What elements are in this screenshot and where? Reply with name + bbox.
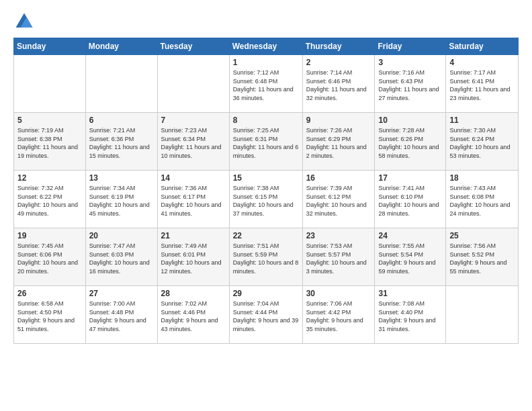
day-info: Sunrise: 7:08 AMSunset: 4:40 PMDaylight:… bbox=[378, 300, 442, 333]
calendar-cell: 9Sunrise: 7:26 AMSunset: 6:29 PMDaylight… bbox=[302, 113, 375, 171]
day-number: 18 bbox=[449, 173, 515, 183]
calendar-cell: 18Sunrise: 7:43 AMSunset: 6:08 PMDayligh… bbox=[446, 171, 519, 228]
day-info: Sunrise: 7:06 AMSunset: 4:42 PMDaylight:… bbox=[306, 300, 371, 333]
day-number: 6 bbox=[89, 116, 154, 125]
day-info: Sunrise: 7:04 AMSunset: 4:44 PMDaylight:… bbox=[233, 300, 299, 333]
day-number: 19 bbox=[17, 231, 82, 240]
calendar-cell: 23Sunrise: 7:53 AMSunset: 5:57 PMDayligh… bbox=[302, 228, 375, 286]
day-number: 28 bbox=[161, 289, 226, 298]
day-number: 23 bbox=[306, 231, 371, 240]
calendar-cell: 4Sunrise: 7:17 AMSunset: 6:41 PMDaylight… bbox=[446, 55, 519, 113]
calendar-week-row: 19Sunrise: 7:45 AMSunset: 6:06 PMDayligh… bbox=[14, 228, 519, 286]
day-info: Sunrise: 7:49 AMSunset: 6:01 PMDaylight:… bbox=[161, 242, 226, 275]
calendar-week-row: 12Sunrise: 7:32 AMSunset: 6:22 PMDayligh… bbox=[14, 171, 519, 228]
day-number: 10 bbox=[378, 116, 442, 125]
day-info: Sunrise: 7:36 AMSunset: 6:17 PMDaylight:… bbox=[161, 184, 226, 218]
day-info: Sunrise: 7:55 AMSunset: 5:54 PMDaylight:… bbox=[378, 242, 442, 275]
day-info: Sunrise: 7:32 AMSunset: 6:22 PMDaylight:… bbox=[17, 184, 82, 218]
calendar-cell: 13Sunrise: 7:34 AMSunset: 6:19 PMDayligh… bbox=[85, 171, 157, 228]
day-info: Sunrise: 7:38 AMSunset: 6:15 PMDaylight:… bbox=[233, 184, 299, 218]
calendar-header-row: SundayMondayTuesdayWednesdayThursdayFrid… bbox=[14, 38, 519, 55]
calendar-cell: 14Sunrise: 7:36 AMSunset: 6:17 PMDayligh… bbox=[157, 171, 229, 228]
day-number: 2 bbox=[306, 58, 371, 67]
calendar-cell: 28Sunrise: 7:02 AMSunset: 4:46 PMDayligh… bbox=[157, 286, 229, 344]
day-number: 16 bbox=[306, 173, 371, 183]
day-info: Sunrise: 7:43 AMSunset: 6:08 PMDaylight:… bbox=[449, 184, 515, 218]
calendar-cell: 15Sunrise: 7:38 AMSunset: 6:15 PMDayligh… bbox=[229, 171, 302, 228]
calendar-cell: 16Sunrise: 7:39 AMSunset: 6:12 PMDayligh… bbox=[302, 171, 375, 228]
day-number: 20 bbox=[89, 231, 154, 240]
calendar-header-wednesday: Wednesday bbox=[229, 38, 302, 55]
day-info: Sunrise: 7:00 AMSunset: 4:48 PMDaylight:… bbox=[89, 300, 154, 333]
day-info: Sunrise: 7:39 AMSunset: 6:12 PMDaylight:… bbox=[306, 184, 371, 218]
calendar-cell: 30Sunrise: 7:06 AMSunset: 4:42 PMDayligh… bbox=[302, 286, 375, 344]
day-info: Sunrise: 7:25 AMSunset: 6:31 PMDaylight:… bbox=[233, 126, 299, 160]
calendar-cell bbox=[446, 286, 519, 344]
calendar-cell: 17Sunrise: 7:41 AMSunset: 6:10 PMDayligh… bbox=[375, 171, 446, 228]
calendar-cell bbox=[14, 55, 86, 113]
day-number: 3 bbox=[378, 58, 442, 67]
day-info: Sunrise: 7:16 AMSunset: 6:43 PMDaylight:… bbox=[378, 68, 442, 102]
calendar-cell: 21Sunrise: 7:49 AMSunset: 6:01 PMDayligh… bbox=[157, 228, 229, 286]
day-info: Sunrise: 7:34 AMSunset: 6:19 PMDaylight:… bbox=[89, 184, 154, 218]
calendar-cell: 2Sunrise: 7:14 AMSunset: 6:46 PMDaylight… bbox=[302, 55, 375, 113]
calendar-cell: 24Sunrise: 7:55 AMSunset: 5:54 PMDayligh… bbox=[375, 228, 446, 286]
day-info: Sunrise: 7:45 AMSunset: 6:06 PMDaylight:… bbox=[17, 242, 82, 275]
calendar-cell: 8Sunrise: 7:25 AMSunset: 6:31 PMDaylight… bbox=[229, 113, 302, 171]
day-info: Sunrise: 7:17 AMSunset: 6:41 PMDaylight:… bbox=[449, 68, 515, 102]
day-info: Sunrise: 7:47 AMSunset: 6:03 PMDaylight:… bbox=[89, 242, 154, 275]
day-number: 5 bbox=[17, 116, 82, 125]
day-info: Sunrise: 7:23 AMSunset: 6:34 PMDaylight:… bbox=[161, 126, 226, 160]
calendar-cell: 31Sunrise: 7:08 AMSunset: 4:40 PMDayligh… bbox=[375, 286, 446, 344]
day-number: 12 bbox=[17, 173, 82, 183]
calendar-cell: 27Sunrise: 7:00 AMSunset: 4:48 PMDayligh… bbox=[85, 286, 157, 344]
day-info: Sunrise: 7:21 AMSunset: 6:36 PMDaylight:… bbox=[89, 126, 154, 160]
calendar-week-row: 5Sunrise: 7:19 AMSunset: 6:38 PMDaylight… bbox=[14, 113, 519, 171]
day-number: 4 bbox=[449, 58, 515, 67]
day-number: 22 bbox=[233, 231, 299, 240]
day-number: 14 bbox=[161, 173, 226, 183]
calendar-header-friday: Friday bbox=[375, 38, 446, 55]
calendar-cell bbox=[85, 55, 157, 113]
calendar-cell: 19Sunrise: 7:45 AMSunset: 6:06 PMDayligh… bbox=[14, 228, 86, 286]
calendar-cell: 1Sunrise: 7:12 AMSunset: 6:48 PMDaylight… bbox=[229, 55, 302, 113]
calendar-week-row: 26Sunrise: 6:58 AMSunset: 4:50 PMDayligh… bbox=[14, 286, 519, 344]
calendar-header-tuesday: Tuesday bbox=[157, 38, 229, 55]
calendar-cell: 25Sunrise: 7:56 AMSunset: 5:52 PMDayligh… bbox=[446, 228, 519, 286]
calendar-cell: 29Sunrise: 7:04 AMSunset: 4:44 PMDayligh… bbox=[229, 286, 302, 344]
day-number: 30 bbox=[306, 289, 371, 298]
calendar-week-row: 1Sunrise: 7:12 AMSunset: 6:48 PMDaylight… bbox=[14, 55, 519, 113]
day-number: 29 bbox=[233, 289, 299, 298]
day-number: 15 bbox=[233, 173, 299, 183]
day-number: 9 bbox=[306, 116, 371, 125]
day-info: Sunrise: 7:56 AMSunset: 5:52 PMDaylight:… bbox=[449, 242, 515, 275]
calendar-cell: 7Sunrise: 7:23 AMSunset: 6:34 PMDaylight… bbox=[157, 113, 229, 171]
day-info: Sunrise: 7:19 AMSunset: 6:38 PMDaylight:… bbox=[17, 126, 82, 160]
day-info: Sunrise: 7:51 AMSunset: 5:59 PMDaylight:… bbox=[233, 242, 299, 275]
logo-icon bbox=[13, 11, 35, 32]
day-info: Sunrise: 7:02 AMSunset: 4:46 PMDaylight:… bbox=[161, 300, 226, 333]
day-number: 11 bbox=[449, 116, 515, 125]
calendar-cell: 12Sunrise: 7:32 AMSunset: 6:22 PMDayligh… bbox=[14, 171, 86, 228]
day-info: Sunrise: 7:12 AMSunset: 6:48 PMDaylight:… bbox=[233, 68, 299, 102]
day-number: 7 bbox=[161, 116, 226, 125]
header bbox=[13, 11, 519, 32]
day-number: 26 bbox=[17, 289, 82, 298]
calendar-header-sunday: Sunday bbox=[14, 38, 86, 55]
calendar-header-saturday: Saturday bbox=[446, 38, 519, 55]
day-info: Sunrise: 7:28 AMSunset: 6:26 PMDaylight:… bbox=[378, 126, 442, 160]
calendar-cell: 20Sunrise: 7:47 AMSunset: 6:03 PMDayligh… bbox=[85, 228, 157, 286]
day-number: 21 bbox=[161, 231, 226, 240]
calendar-cell: 22Sunrise: 7:51 AMSunset: 5:59 PMDayligh… bbox=[229, 228, 302, 286]
day-number: 27 bbox=[89, 289, 154, 298]
day-info: Sunrise: 7:26 AMSunset: 6:29 PMDaylight:… bbox=[306, 126, 371, 160]
day-number: 25 bbox=[449, 231, 515, 240]
day-info: Sunrise: 7:53 AMSunset: 5:57 PMDaylight:… bbox=[306, 242, 371, 275]
calendar-cell: 11Sunrise: 7:30 AMSunset: 6:24 PMDayligh… bbox=[446, 113, 519, 171]
calendar-header-monday: Monday bbox=[85, 38, 157, 55]
calendar-cell: 10Sunrise: 7:28 AMSunset: 6:26 PMDayligh… bbox=[375, 113, 446, 171]
day-info: Sunrise: 7:41 AMSunset: 6:10 PMDaylight:… bbox=[378, 184, 442, 218]
day-info: Sunrise: 6:58 AMSunset: 4:50 PMDaylight:… bbox=[17, 300, 82, 333]
day-number: 17 bbox=[378, 173, 442, 183]
calendar-header-thursday: Thursday bbox=[302, 38, 375, 55]
